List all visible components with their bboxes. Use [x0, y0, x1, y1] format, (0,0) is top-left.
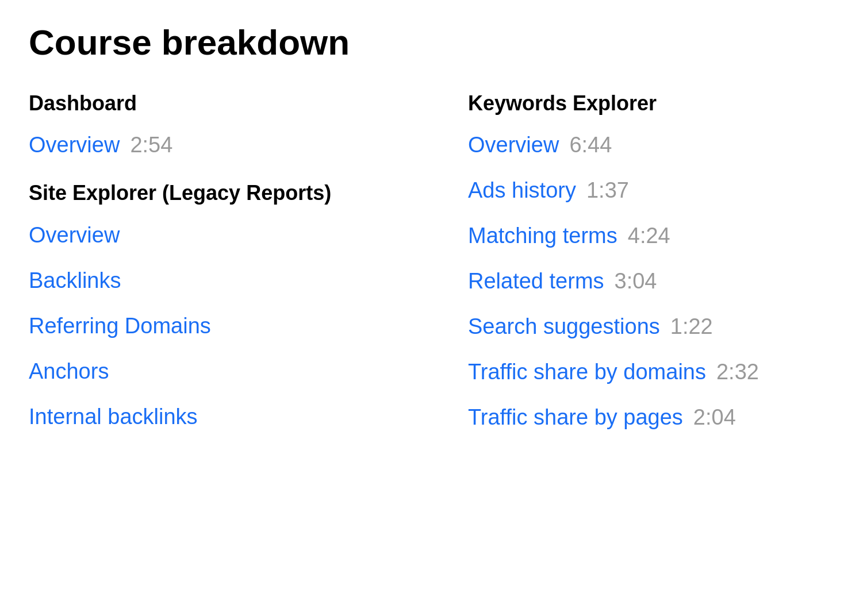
keywords-related-terms-duration: 3:04: [615, 269, 657, 294]
list-item: Referring Domains: [29, 314, 399, 338]
keywords-matching-terms-link[interactable]: Matching terms: [468, 224, 617, 248]
keywords-matching-terms-duration: 4:24: [628, 224, 670, 248]
list-item: Traffic share by pages 2:04: [468, 405, 838, 430]
list-item: Internal backlinks: [29, 405, 399, 429]
keywords-related-terms-link[interactable]: Related terms: [468, 269, 604, 294]
section-keywords-explorer: Keywords Explorer Overview 6:44 Ads hist…: [468, 91, 838, 430]
site-explorer-internal-backlinks-link[interactable]: Internal backlinks: [29, 405, 198, 429]
section-dashboard: Dashboard Overview 2:54: [29, 91, 399, 157]
list-item: Anchors: [29, 359, 399, 384]
page-title: Course breakdown: [29, 23, 838, 62]
list-item: Ads history 1:37: [468, 178, 838, 203]
list-item: Overview 6:44: [468, 133, 838, 157]
left-column: Dashboard Overview 2:54 Site Explorer (L…: [29, 91, 411, 453]
keywords-overview-duration: 6:44: [569, 133, 612, 157]
list-item: Matching terms 4:24: [468, 224, 838, 248]
keywords-ads-history-duration: 1:37: [586, 178, 629, 203]
keywords-search-suggestions-link[interactable]: Search suggestions: [468, 314, 660, 339]
site-explorer-backlinks-link[interactable]: Backlinks: [29, 268, 121, 293]
keywords-traffic-share-domains-link[interactable]: Traffic share by domains: [468, 360, 706, 384]
dashboard-overview-duration: 2:54: [130, 133, 172, 157]
list-item: Overview 2:54: [29, 133, 399, 157]
site-explorer-referring-domains-link[interactable]: Referring Domains: [29, 314, 211, 338]
right-column: Keywords Explorer Overview 6:44 Ads hist…: [456, 91, 838, 453]
section-site-explorer: Site Explorer (Legacy Reports) Overview …: [29, 180, 399, 429]
keywords-traffic-share-pages-link[interactable]: Traffic share by pages: [468, 405, 683, 430]
keywords-search-suggestions-duration: 1:22: [670, 314, 713, 339]
list-item: Traffic share by domains 2:32: [468, 360, 838, 384]
site-explorer-overview-link[interactable]: Overview: [29, 223, 120, 248]
list-item: Search suggestions 1:22: [468, 314, 838, 339]
keywords-traffic-share-pages-duration: 2:04: [693, 405, 736, 430]
dashboard-overview-link[interactable]: Overview: [29, 133, 120, 157]
keywords-traffic-share-domains-duration: 2:32: [716, 360, 759, 384]
site-explorer-heading: Site Explorer (Legacy Reports): [29, 180, 399, 205]
list-item: Backlinks: [29, 268, 399, 293]
list-item: Related terms 3:04: [468, 269, 838, 294]
site-explorer-anchors-link[interactable]: Anchors: [29, 359, 109, 384]
keywords-ads-history-link[interactable]: Ads history: [468, 178, 576, 203]
dashboard-heading: Dashboard: [29, 91, 399, 116]
keywords-explorer-heading: Keywords Explorer: [468, 91, 838, 116]
keywords-overview-link[interactable]: Overview: [468, 133, 559, 157]
list-item: Overview: [29, 223, 399, 248]
content-grid: Dashboard Overview 2:54 Site Explorer (L…: [29, 91, 838, 453]
